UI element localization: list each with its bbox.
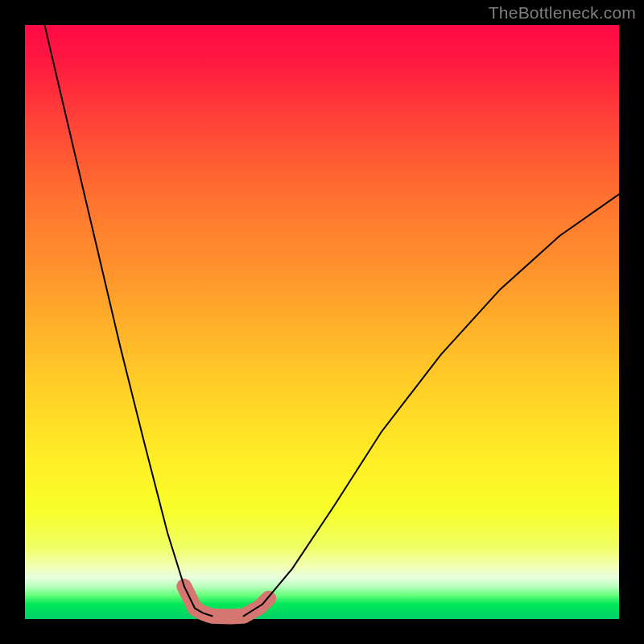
highlight-segment — [184, 586, 269, 617]
chart-svg — [25, 25, 619, 619]
curve-left — [44, 25, 212, 616]
curve-right — [244, 194, 619, 616]
watermark-text: TheBottleneck.com — [489, 3, 636, 23]
